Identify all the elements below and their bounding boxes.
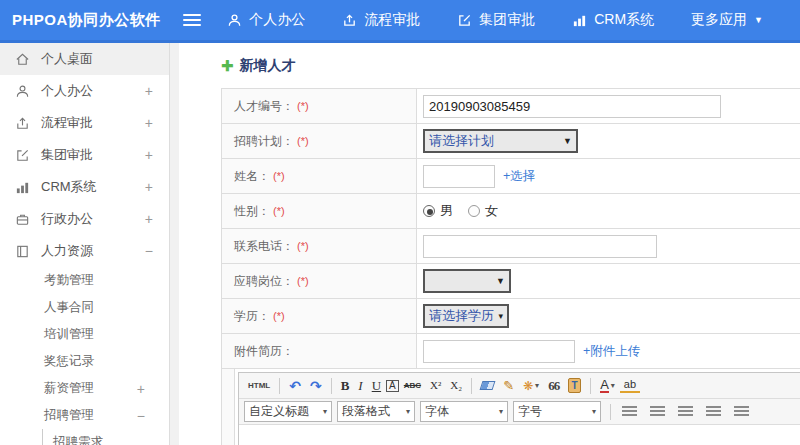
required-marker: (*) xyxy=(297,240,309,252)
briefcase-icon xyxy=(15,212,31,227)
caret-down-icon: ▼ xyxy=(754,16,763,25)
caret-down-icon: ▾ xyxy=(323,407,327,416)
custom-title-select[interactable]: 自定义标题 ▾ xyxy=(244,401,332,422)
expand-icon[interactable]: + xyxy=(145,83,153,99)
nav-item-crm[interactable]: CRM系统 xyxy=(572,11,654,29)
expand-icon[interactable]: + xyxy=(145,147,153,163)
workflow-icon xyxy=(342,13,357,28)
sidebar-item-group-approval[interactable]: 集团审批 + xyxy=(0,139,169,171)
collapse-icon[interactable]: − xyxy=(137,408,145,424)
nav-item-group-approval[interactable]: 集团审批 xyxy=(457,11,535,29)
strikethrough-button[interactable]: ABC xyxy=(400,381,425,391)
form-row-resume: 附件简历： +附件上传 xyxy=(222,334,800,369)
collapse-icon[interactable]: − xyxy=(145,243,153,259)
sidebar-item-hr-contract[interactable]: 人事合同 xyxy=(0,294,169,321)
expand-icon[interactable]: + xyxy=(145,179,153,195)
html-source-button[interactable]: HTML xyxy=(244,381,274,391)
sidebar-item-rewards[interactable]: 奖惩记录 xyxy=(0,348,169,375)
align-left-icon[interactable] xyxy=(622,406,637,417)
emoticon-button[interactable]: ❋ ▾ xyxy=(519,379,543,393)
align-right-icon[interactable] xyxy=(678,406,693,417)
field-label: 附件简历： xyxy=(234,343,294,360)
paste-icon: T xyxy=(568,378,581,393)
italic-button[interactable]: I xyxy=(354,378,366,393)
bold-button[interactable]: B xyxy=(337,378,354,393)
name-input[interactable] xyxy=(423,165,495,188)
sidebar-item-crm[interactable]: CRM系统 + xyxy=(0,171,169,203)
subscript-button[interactable]: X₂ xyxy=(446,379,466,392)
sidebar-scrollbar[interactable] xyxy=(170,43,179,445)
field-label: 姓名： xyxy=(234,168,270,185)
sidebar-item-personal-office[interactable]: 个人办公 + xyxy=(0,75,169,107)
sidebar-item-hr[interactable]: 人力资源 − xyxy=(0,235,169,267)
nav-item-workflow-approval[interactable]: 流程审批 xyxy=(342,11,420,29)
required-marker: (*) xyxy=(273,205,285,217)
sidebar-item-training[interactable]: 培训管理 xyxy=(0,321,169,348)
upload-attachment-link[interactable]: +附件上传 xyxy=(583,343,640,360)
position-select[interactable]: ▼ xyxy=(423,269,511,293)
menu-toggle-icon[interactable] xyxy=(183,11,201,29)
recruit-plan-select[interactable]: 请选择计划 ▼ xyxy=(423,129,578,153)
required-marker: (*) xyxy=(297,135,309,147)
form-row-education: 学历： (*) 请选择学历 ▾ xyxy=(222,299,800,334)
border-text-button[interactable]: A xyxy=(386,380,399,392)
resume-attachment-input[interactable] xyxy=(423,340,575,363)
font-family-select[interactable]: 字体 ▾ xyxy=(420,401,508,422)
phone-input[interactable] xyxy=(423,235,657,258)
sidebar-item-attendance[interactable]: 考勤管理 xyxy=(0,267,169,294)
sidebar-item-workflow-approval[interactable]: 流程审批 + xyxy=(0,107,169,139)
sidebar-item-admin-office[interactable]: 行政办公 + xyxy=(0,203,169,235)
expand-icon[interactable]: + xyxy=(137,381,145,397)
nav-item-more-apps[interactable]: 更多应用 ▼ xyxy=(691,11,763,29)
underline-button[interactable]: U xyxy=(368,378,385,393)
nav-item-personal-office[interactable]: 个人办公 xyxy=(227,11,305,29)
font-color-button[interactable]: A ▾ xyxy=(596,377,619,394)
paste-text-button[interactable]: T xyxy=(564,377,585,394)
expand-icon[interactable]: + xyxy=(145,115,153,131)
align-justify-icon[interactable] xyxy=(706,406,721,417)
sidebar-item-recruitment[interactable]: 招聘管理 − xyxy=(0,402,169,429)
eraser-icon xyxy=(480,381,496,390)
editor-content-area[interactable] xyxy=(239,425,800,445)
gender-female-radio[interactable] xyxy=(468,205,480,217)
caret-down-icon: ▼ xyxy=(563,136,572,146)
redo-button[interactable]: ↷ xyxy=(306,378,326,394)
editor-toolbar-row1: HTML ↶ ↷ B I U A ABC X² X₂ xyxy=(239,373,800,399)
link-icon[interactable] xyxy=(734,406,749,417)
caret-down-icon: ▾ xyxy=(498,311,503,321)
font-size-select[interactable]: 字号 ▾ xyxy=(513,401,601,422)
form-row-recruit-plan: 招聘计划： (*) 请选择计划 ▼ xyxy=(222,124,800,159)
undo-button[interactable]: ↶ xyxy=(285,378,305,394)
field-label: 应聘岗位： xyxy=(234,273,294,290)
top-navbar: PHPOA协同办公软件 个人办公 流程审批 xyxy=(0,0,800,40)
book-icon xyxy=(15,244,31,259)
richtext-editor: HTML ↶ ↷ B I U A ABC X² X₂ xyxy=(238,372,800,445)
form-row-phone: 联系电话： (*) xyxy=(222,229,800,264)
format-brush-button[interactable]: ✎ xyxy=(499,378,518,393)
paragraph-format-select[interactable]: 段落格式 ▾ xyxy=(337,401,415,422)
superscript-button[interactable]: X² xyxy=(426,379,445,392)
form-row-talent-no: 人才编号： (*) xyxy=(222,89,800,124)
person-icon xyxy=(15,84,31,99)
home-icon xyxy=(15,52,31,67)
sidebar-item-personal-desktop[interactable]: 个人桌面 xyxy=(0,43,169,75)
gender-male-radio[interactable] xyxy=(423,205,435,217)
required-marker: (*) xyxy=(297,275,309,287)
expand-icon[interactable]: + xyxy=(145,211,153,227)
blockquote-button[interactable]: 66 xyxy=(544,378,563,393)
talent-no-input[interactable] xyxy=(423,95,721,118)
highlight-button[interactable]: ab xyxy=(620,378,640,393)
choose-person-link[interactable]: +选择 xyxy=(503,168,535,185)
sidebar-item-salary[interactable]: 薪资管理 + xyxy=(0,375,169,402)
eraser-button[interactable] xyxy=(477,380,498,391)
required-marker: (*) xyxy=(273,170,285,182)
education-select[interactable]: 请选择学历 ▾ xyxy=(423,304,509,328)
align-center-icon[interactable] xyxy=(650,406,665,417)
workflow-icon xyxy=(15,116,31,131)
form-row-editor: HTML ↶ ↷ B I U A ABC X² X₂ xyxy=(222,369,800,445)
sidebar-item-recruit-demand[interactable]: 招聘需求 xyxy=(42,429,169,445)
caret-down-icon: ▾ xyxy=(499,407,503,416)
bar-chart-icon xyxy=(572,13,587,28)
person-icon xyxy=(227,13,242,28)
field-label: 联系电话： xyxy=(234,238,294,255)
